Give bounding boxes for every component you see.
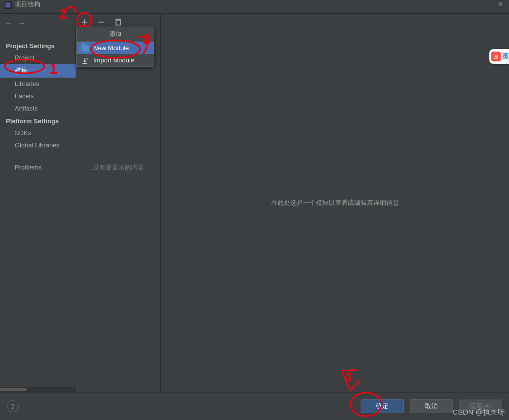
folder-icon xyxy=(82,45,89,52)
sidebar-item-modules[interactable]: 模块 xyxy=(0,64,76,78)
svg-rect-0 xyxy=(116,20,120,25)
module-list-panel: 没有要显示的内容 xyxy=(76,14,161,392)
ime-mode-label: 英 xyxy=(502,52,509,61)
sidebar-item-problems[interactable]: Problems xyxy=(0,161,76,173)
window-title: 项目结构 xyxy=(15,0,40,9)
popup-import-module-label: Import Module xyxy=(93,56,134,64)
sidebar-item-artifacts[interactable]: Artifacts xyxy=(0,102,76,114)
sidebar-scrollbar[interactable] xyxy=(0,387,76,392)
popup-item-new-module[interactable]: New Module xyxy=(77,42,154,54)
sidebar-item-project[interactable]: Project xyxy=(0,52,76,64)
sidebar-item-facets[interactable]: Facets xyxy=(0,90,76,102)
help-button[interactable]: ? xyxy=(7,400,19,412)
popup-title: 添加 xyxy=(77,27,154,42)
help-icon: ? xyxy=(11,402,15,410)
copy-button[interactable] xyxy=(113,18,122,27)
content-container: ← → Project Settings Project 模块 Librarie… xyxy=(0,14,509,392)
sidebar-item-libraries[interactable]: Libraries xyxy=(0,78,76,90)
copy-icon xyxy=(114,18,122,26)
add-button[interactable] xyxy=(80,18,89,27)
close-icon[interactable]: × xyxy=(498,0,505,8)
minus-icon xyxy=(97,18,105,26)
sidebar-heading-platform: Platform Settings xyxy=(0,114,76,127)
remove-button[interactable] xyxy=(97,18,106,27)
cancel-button[interactable]: 取消 xyxy=(410,399,453,413)
popup-new-module-label: New Module xyxy=(93,44,129,52)
plus-icon xyxy=(81,18,88,26)
app-icon xyxy=(4,1,12,9)
sidebar-heading-project: Project Settings xyxy=(0,39,76,52)
titlebar: 项目结构 × xyxy=(0,0,509,14)
dialog-button-bar: ? 确定 取消 应用(A) xyxy=(0,392,509,420)
sidebar-item-global-libraries[interactable]: Global Libraries xyxy=(0,139,76,151)
ime-badge[interactable]: S 英 xyxy=(489,49,509,64)
ok-label: 确定 xyxy=(376,402,389,411)
module-detail-hint: 在此处选择一个模块以查看或编辑其详细信息 xyxy=(271,198,399,207)
main-panel: 在此处选择一个模块以查看或编辑其详细信息 xyxy=(161,14,509,392)
sidebar: ← → Project Settings Project 模块 Librarie… xyxy=(0,14,76,392)
add-popup-menu: 添加 New Module Import Module xyxy=(76,27,154,67)
cancel-label: 取消 xyxy=(425,402,438,411)
nav-history: ← → xyxy=(5,19,26,27)
sidebar-item-sdks[interactable]: SDKs xyxy=(0,127,76,139)
ime-logo-icon: S xyxy=(491,52,501,61)
apply-button[interactable]: 应用(A) xyxy=(459,399,502,413)
apply-label: 应用(A) xyxy=(470,402,491,411)
popup-item-import-module[interactable]: Import Module xyxy=(77,54,154,66)
import-icon xyxy=(82,57,89,64)
ok-button[interactable]: 确定 xyxy=(361,399,404,413)
back-arrow-icon[interactable]: ← xyxy=(5,19,12,27)
forward-arrow-icon[interactable]: → xyxy=(18,19,26,27)
